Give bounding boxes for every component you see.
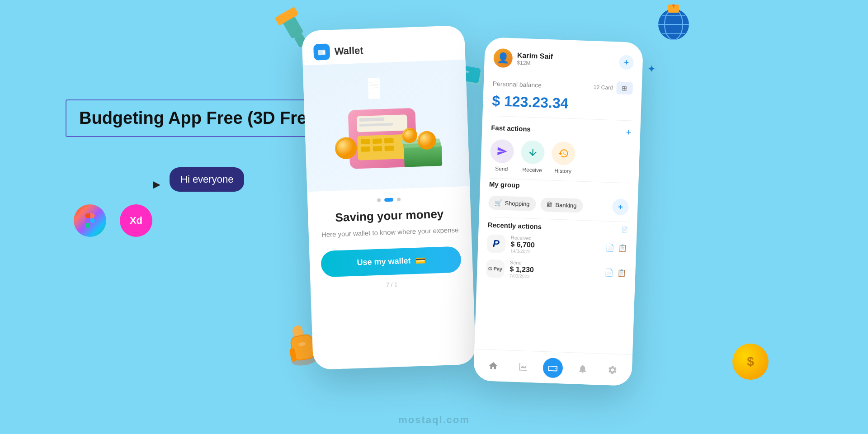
dot-3 bbox=[397, 198, 401, 201]
svg-rect-19 bbox=[368, 78, 381, 99]
svg-line-20 bbox=[370, 82, 378, 82]
phone-left-header: Wallet bbox=[302, 25, 465, 66]
user-avatar: 👤 bbox=[493, 48, 513, 68]
nav-chart[interactable] bbox=[513, 356, 533, 377]
trans-icon-1b[interactable]: 📋 bbox=[618, 244, 627, 253]
wallet-icon bbox=[313, 43, 330, 60]
transaction-gpay: G Pay Send $ 1,230 7/03/2022 📄 📋 bbox=[486, 259, 627, 283]
page-title: Budgeting App Free (3D Free) bbox=[79, 108, 322, 128]
my-group-section: My group 🛒 Shopping 🏛 Banking + bbox=[479, 178, 639, 222]
figma-logo bbox=[74, 204, 106, 237]
trans-icon-2a[interactable]: 📄 bbox=[604, 268, 614, 277]
balance-amount: $ 123.23.34 bbox=[492, 93, 632, 114]
group-items: 🛒 Shopping 🏛 Banking + bbox=[488, 194, 629, 216]
xd-logo: Xd bbox=[120, 204, 152, 237]
card-icon: ⊞ bbox=[616, 81, 633, 94]
nav-home[interactable] bbox=[483, 355, 504, 376]
action-receive[interactable]: Receive bbox=[520, 140, 545, 174]
phone-right-header: 👤 Karim Saif $12M + bbox=[484, 37, 644, 78]
action-history[interactable]: History bbox=[551, 141, 576, 175]
title-box: Budgeting App Free (3D Free) bbox=[66, 99, 335, 137]
saving-subtitle: Here your wallet to know where your expe… bbox=[320, 225, 460, 240]
add-group-button[interactable]: + bbox=[612, 198, 629, 215]
gold-coin-decoration: $ bbox=[732, 344, 769, 380]
send-icon-circle bbox=[490, 139, 514, 164]
paypal-logo: P bbox=[487, 234, 505, 253]
balance-label: Personal balance bbox=[493, 80, 542, 89]
svg-rect-32 bbox=[373, 146, 382, 151]
phone-right-mockup: 👤 Karim Saif $12M + Personal balance 12 … bbox=[473, 37, 643, 386]
svg-rect-31 bbox=[361, 146, 370, 152]
hi-bubble: Hi everyone bbox=[170, 167, 244, 192]
history-label: History bbox=[554, 168, 571, 175]
user-info: Karim Saif $12M bbox=[517, 52, 619, 70]
see-all-icon[interactable]: 📄 bbox=[621, 226, 627, 233]
receive-icon-circle bbox=[521, 140, 545, 165]
transaction-paypal: P Received $ 6,700 14/3/2022 📄 📋 bbox=[487, 234, 627, 258]
trans-icon-2b[interactable]: 📋 bbox=[617, 269, 627, 278]
history-icon-circle bbox=[552, 141, 576, 165]
use-wallet-button[interactable]: Use my wallet 💳 bbox=[321, 246, 462, 277]
sparkle-2: ✦ bbox=[647, 63, 656, 75]
fast-actions-title: Fast actions + bbox=[491, 123, 632, 138]
receive-label: Receive bbox=[522, 166, 542, 174]
carousel-dots bbox=[319, 196, 459, 204]
globe-decoration bbox=[656, 5, 692, 47]
action-send[interactable]: Send bbox=[490, 139, 514, 173]
svg-rect-28 bbox=[361, 139, 370, 144]
card-count: 12 Card bbox=[594, 84, 613, 91]
svg-line-22 bbox=[370, 88, 378, 88]
fast-actions-section: Fast actions + Send Receive History bbox=[481, 116, 641, 183]
action-icons: Send Receive History bbox=[490, 139, 631, 177]
cash-register-illustration bbox=[326, 65, 447, 187]
gpay-logo: G Pay bbox=[486, 259, 505, 278]
svg-rect-30 bbox=[384, 138, 394, 143]
trans-info-1: Received $ 6,700 14/3/2022 bbox=[510, 235, 600, 256]
svg-line-21 bbox=[370, 85, 378, 85]
nav-bell[interactable] bbox=[572, 359, 593, 379]
cursor-icon: ▶ bbox=[153, 179, 160, 190]
svg-rect-33 bbox=[384, 146, 394, 151]
trans-icon-1a[interactable]: 📄 bbox=[605, 243, 615, 252]
balance-label-row: Personal balance 12 Card ⊞ bbox=[492, 77, 633, 95]
watermark: mostaql.com bbox=[398, 414, 470, 426]
page-number: 7 / 1 bbox=[322, 278, 462, 290]
bottom-nav bbox=[473, 349, 632, 386]
phone-left-bottom: Saving your money Here your wallet to kn… bbox=[307, 186, 473, 300]
dot-2-active bbox=[384, 198, 393, 202]
dot-1 bbox=[377, 198, 381, 202]
svg-rect-29 bbox=[373, 138, 382, 144]
balance-section: Personal balance 12 Card ⊞ $ 123.23.34 bbox=[482, 72, 642, 121]
svg-rect-18 bbox=[323, 51, 325, 54]
recently-title: Recently actions bbox=[488, 221, 542, 231]
saving-title: Saving your money bbox=[319, 207, 460, 226]
recently-actions-section: Recently actions 📄 P Received $ 6,700 14… bbox=[476, 217, 637, 292]
shopping-chip[interactable]: 🛒 Shopping bbox=[488, 195, 536, 211]
trans-action-icons-1: 📄 📋 bbox=[605, 243, 627, 253]
wallet-title: Wallet bbox=[334, 45, 363, 57]
phone-left-mockup: Wallet bbox=[302, 25, 476, 370]
recently-header: Recently actions 📄 bbox=[488, 221, 628, 234]
send-label: Send bbox=[495, 165, 508, 172]
trans-action-icons-2: 📄 📋 bbox=[604, 268, 627, 278]
banking-chip[interactable]: 🏛 Banking bbox=[540, 197, 583, 212]
plus-button[interactable]: + bbox=[619, 55, 634, 70]
nav-wallet-active[interactable] bbox=[542, 358, 563, 378]
trans-info-2: Send $ 1,230 7/03/2022 bbox=[509, 259, 599, 281]
phone-left-hero bbox=[303, 60, 470, 192]
nav-settings[interactable] bbox=[602, 359, 623, 380]
